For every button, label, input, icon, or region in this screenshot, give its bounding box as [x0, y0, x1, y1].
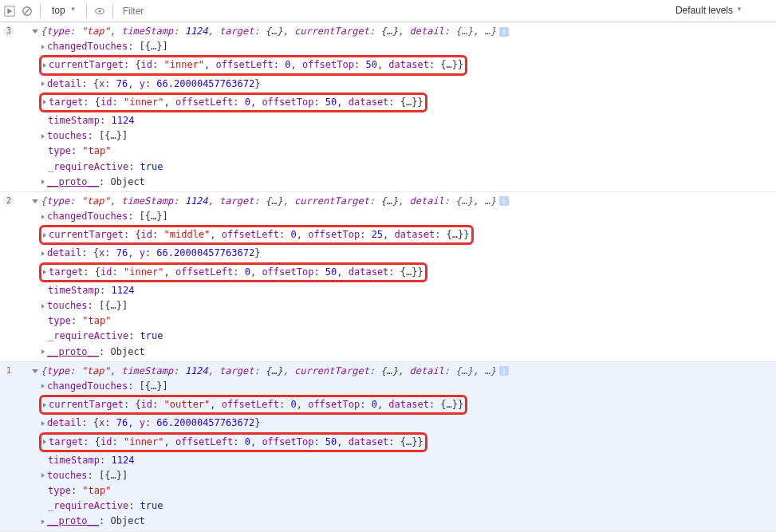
- highlighted-property: target: {id: "inner", offsetLeft: 0, off…: [39, 93, 427, 112]
- expand-arrow-right-icon[interactable]: [43, 439, 46, 444]
- message-count-badge: 1: [0, 364, 19, 530]
- expand-arrow-right-icon[interactable]: [41, 473, 45, 478]
- object-property-line[interactable]: timeStamp: 1124: [32, 453, 776, 468]
- expand-arrow-right-icon[interactable]: [41, 81, 45, 86]
- expand-arrow-right-icon[interactable]: [43, 233, 46, 238]
- expand-arrow-right-icon[interactable]: [41, 384, 45, 388]
- message-count-badge: 3: [0, 24, 19, 190]
- expand-arrow-right-icon[interactable]: [43, 270, 46, 274]
- object-property-line[interactable]: detail: {x: 76, y: 66.20000457763672}: [32, 416, 776, 431]
- object-property-line[interactable]: detail: {x: 76, y: 66.20000457763672}: [32, 246, 776, 261]
- toolbar-divider: [40, 4, 41, 18]
- object-property-line[interactable]: changedTouches: [{…}]: [32, 39, 776, 54]
- object-property-line[interactable]: touches: [{…}]: [32, 298, 776, 313]
- svg-point-5: [98, 10, 100, 12]
- expand-arrow-right-icon[interactable]: [43, 63, 46, 68]
- object-property-line[interactable]: currentTarget: {id: "middle", offsetLeft…: [32, 224, 776, 246]
- clear-console-icon[interactable]: [21, 5, 33, 18]
- message-count-badge: 2: [0, 194, 19, 360]
- console-toolbar: top Default levels: [0, 0, 776, 22]
- expand-arrow-right-icon[interactable]: [41, 519, 45, 524]
- expand-arrow-right-icon[interactable]: [41, 251, 45, 256]
- expand-arrow-right-icon[interactable]: [41, 421, 45, 426]
- expand-arrow-right-icon[interactable]: [41, 349, 45, 354]
- object-property-line[interactable]: currentTarget: {id: "outter", offsetLeft…: [32, 394, 776, 416]
- object-property-line[interactable]: changedTouches: [{…}]: [32, 209, 776, 224]
- object-summary-line[interactable]: {type: "tap", timeStamp: 1124, target: {…: [22, 24, 776, 39]
- console-entry: 2{type: "tap", timeStamp: 1124, target: …: [0, 192, 776, 362]
- entry-content: {type: "tap", timeStamp: 1124, target: {…: [19, 24, 776, 190]
- filter-input[interactable]: [120, 4, 327, 18]
- object-property-line[interactable]: target: {id: "inner", offsetLeft: 0, off…: [32, 262, 776, 283]
- expand-arrow-right-icon[interactable]: [43, 403, 46, 408]
- expand-arrow-right-icon[interactable]: [41, 179, 45, 184]
- svg-line-3: [25, 8, 30, 14]
- eye-icon[interactable]: [93, 5, 106, 18]
- expand-arrow-right-icon[interactable]: [41, 134, 45, 139]
- object-property-line[interactable]: type: "tap": [32, 144, 776, 159]
- highlighted-property: currentTarget: {id: "inner", offsetLeft:…: [39, 55, 467, 75]
- object-property-line[interactable]: detail: {x: 76, y: 66.20000457763672}: [32, 77, 776, 92]
- object-property-line[interactable]: _requireActive: true: [32, 499, 776, 514]
- object-property-line[interactable]: timeStamp: 1124: [32, 283, 776, 298]
- highlighted-property: target: {id: "inner", offsetLeft: 0, off…: [39, 432, 427, 452]
- log-levels-selector[interactable]: Default levels: [671, 2, 741, 20]
- expand-arrow-right-icon[interactable]: [41, 45, 45, 49]
- object-property-line[interactable]: __proto__: Object: [32, 175, 776, 190]
- toolbar-divider: [112, 4, 113, 18]
- object-summary-line[interactable]: {type: "tap", timeStamp: 1124, target: {…: [22, 194, 776, 209]
- play-icon[interactable]: [3, 5, 16, 18]
- expand-arrow-right-icon[interactable]: [43, 100, 46, 104]
- info-icon[interactable]: i: [499, 196, 509, 206]
- object-property-line[interactable]: type: "tap": [32, 313, 776, 329]
- object-summary-line[interactable]: {type: "tap", timeStamp: 1124, target: {…: [22, 364, 776, 379]
- object-property-line[interactable]: currentTarget: {id: "inner", offsetLeft:…: [32, 54, 776, 76]
- highlighted-property: target: {id: "inner", offsetLeft: 0, off…: [39, 262, 427, 282]
- info-icon[interactable]: i: [499, 366, 509, 376]
- context-selector[interactable]: top: [47, 2, 80, 20]
- object-property-line[interactable]: touches: [{…}]: [32, 468, 776, 483]
- object-property-line[interactable]: target: {id: "inner", offsetLeft: 0, off…: [32, 92, 776, 113]
- object-property-line[interactable]: changedTouches: [{…}]: [32, 379, 776, 394]
- expand-arrow-down-icon[interactable]: [32, 30, 38, 33]
- object-property-line[interactable]: _requireActive: true: [32, 160, 776, 175]
- console-entry: 3{type: "tap", timeStamp: 1124, target: …: [0, 22, 776, 192]
- highlighted-property: currentTarget: {id: "outter", offsetLeft…: [39, 395, 467, 415]
- object-property-line[interactable]: __proto__: Object: [32, 345, 776, 360]
- entry-content: {type: "tap", timeStamp: 1124, target: {…: [19, 364, 776, 530]
- object-property-line[interactable]: _requireActive: true: [32, 329, 776, 344]
- expand-arrow-right-icon[interactable]: [41, 304, 45, 309]
- object-property-line[interactable]: type: "tap": [32, 483, 776, 499]
- expand-arrow-down-icon[interactable]: [32, 369, 38, 373]
- expand-arrow-down-icon[interactable]: [32, 199, 38, 203]
- object-property-line[interactable]: timeStamp: 1124: [32, 113, 776, 128]
- highlighted-property: currentTarget: {id: "middle", offsetLeft…: [39, 225, 474, 245]
- entry-content: {type: "tap", timeStamp: 1124, target: {…: [19, 194, 776, 360]
- info-icon[interactable]: i: [499, 27, 509, 37]
- svg-marker-1: [7, 8, 12, 14]
- console-entry: 1{type: "tap", timeStamp: 1124, target: …: [0, 362, 776, 532]
- object-property-line[interactable]: target: {id: "inner", offsetLeft: 0, off…: [32, 432, 776, 453]
- toolbar-divider: [86, 4, 87, 18]
- expand-arrow-right-icon[interactable]: [41, 215, 45, 219]
- object-property-line[interactable]: __proto__: Object: [32, 514, 776, 529]
- object-property-line[interactable]: touches: [{…}]: [32, 128, 776, 144]
